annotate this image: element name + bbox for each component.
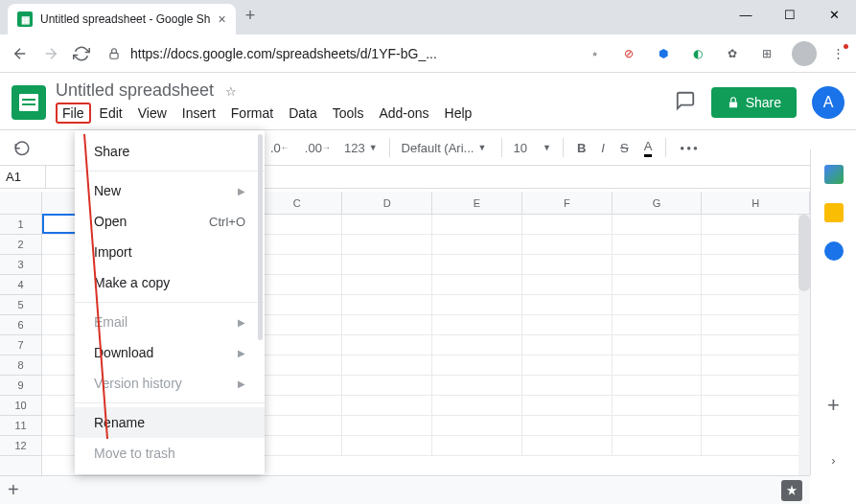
bold-button[interactable]: B (571, 137, 591, 159)
row-header[interactable]: 10 (0, 396, 41, 416)
cell[interactable] (702, 295, 810, 314)
cell[interactable] (522, 255, 613, 274)
number-format-select[interactable]: 123▼ (340, 139, 382, 157)
cell[interactable] (252, 436, 342, 455)
new-tab-button[interactable]: + (236, 6, 266, 26)
menu-item-email[interactable]: Email▶ (75, 307, 265, 337)
menu-insert[interactable]: Insert (175, 103, 222, 124)
column-header[interactable]: G (613, 192, 703, 214)
row-header[interactable]: 11 (0, 416, 41, 436)
cell[interactable] (252, 275, 342, 294)
row-header[interactable]: 6 (0, 315, 41, 335)
cell[interactable] (342, 416, 432, 435)
cell[interactable] (522, 215, 613, 234)
menu-view[interactable]: View (131, 103, 174, 124)
menu-item-download[interactable]: Download▶ (75, 337, 265, 368)
cell[interactable] (342, 275, 432, 294)
cell[interactable] (342, 436, 432, 455)
cell[interactable] (522, 335, 613, 355)
cell[interactable] (252, 335, 342, 355)
cell[interactable] (432, 215, 522, 234)
document-title[interactable]: Untitled spreadsheet (56, 80, 214, 101)
cell[interactable] (613, 396, 703, 415)
menu-item-move-to-trash[interactable]: Move to trash (75, 438, 265, 469)
row-header[interactable]: 4 (0, 275, 41, 295)
cell[interactable] (432, 315, 522, 334)
cell[interactable] (613, 255, 703, 274)
cell[interactable] (613, 275, 703, 294)
column-header[interactable]: F (522, 192, 613, 214)
menu-addons[interactable]: Add-ons (372, 103, 435, 124)
cell[interactable] (252, 255, 342, 274)
cell[interactable] (432, 376, 522, 395)
increase-decimal-button[interactable]: .00→ (299, 137, 336, 159)
cell[interactable] (522, 416, 613, 435)
cell[interactable] (342, 355, 432, 375)
row-header[interactable]: 5 (0, 295, 41, 315)
cell[interactable] (613, 315, 703, 334)
menu-item-share[interactable]: Share (75, 136, 265, 167)
font-size-select[interactable]: 10▼ (510, 139, 555, 157)
add-sheet-button[interactable]: + (8, 479, 19, 501)
sheets-logo[interactable] (12, 85, 46, 120)
italic-button[interactable]: I (595, 137, 611, 159)
cell[interactable] (432, 396, 522, 415)
cell[interactable] (613, 376, 703, 395)
cell[interactable] (702, 275, 810, 294)
keep-addon-icon[interactable] (824, 203, 844, 222)
cell[interactable] (702, 235, 810, 254)
cell[interactable] (613, 436, 703, 455)
ext-icon-3[interactable]: ◐ (688, 44, 707, 63)
ext-icon-2[interactable]: ⬢ (654, 44, 673, 63)
column-header[interactable]: E (432, 192, 522, 214)
menu-scrollbar[interactable] (258, 134, 263, 340)
menu-format[interactable]: Format (224, 103, 280, 124)
cell[interactable] (613, 215, 703, 234)
menu-data[interactable]: Data (282, 103, 324, 124)
browser-menu-icon[interactable]: ⋮ (832, 46, 844, 60)
vertical-scrollbar[interactable] (798, 215, 810, 475)
cell[interactable] (613, 295, 703, 314)
cell[interactable] (432, 255, 522, 274)
maximize-button[interactable]: ☐ (768, 0, 812, 29)
cell[interactable] (432, 335, 522, 355)
row-header[interactable]: 12 (0, 436, 41, 456)
cell[interactable] (702, 255, 810, 274)
menu-item-version-history[interactable]: Version history▶ (75, 368, 265, 399)
forward-button[interactable] (42, 45, 59, 62)
side-panel-toggle[interactable]: › (831, 453, 835, 468)
menu-item-new[interactable]: New▶ (75, 175, 265, 206)
cell[interactable] (522, 295, 613, 314)
extensions-button[interactable]: ⊞ (757, 44, 776, 63)
row-header[interactable]: 3 (0, 255, 41, 275)
menu-edit[interactable]: Edit (93, 103, 129, 124)
comments-icon[interactable] (675, 90, 696, 114)
browser-tab[interactable]: ▦ Untitled spreadsheet - Google Sh × (8, 4, 236, 34)
cell[interactable] (613, 335, 703, 355)
cell[interactable] (252, 396, 342, 415)
name-box[interactable]: A1 (0, 166, 46, 188)
menu-item-make-copy[interactable]: Make a copy (75, 267, 265, 298)
explore-button[interactable] (781, 480, 802, 501)
tasks-addon-icon[interactable] (824, 241, 844, 261)
column-header[interactable]: D (342, 192, 432, 214)
cell[interactable] (702, 335, 810, 355)
decrease-decimal-button[interactable]: .0← (265, 137, 295, 159)
row-header[interactable]: 9 (0, 376, 41, 396)
cell[interactable] (702, 396, 810, 415)
cell[interactable] (432, 416, 522, 435)
cell[interactable] (432, 295, 522, 314)
font-family-select[interactable]: Default (Ari...▼ (398, 139, 494, 157)
minimize-button[interactable]: — (724, 0, 768, 29)
share-button[interactable]: Share (711, 87, 797, 118)
menu-item-import[interactable]: Import (75, 237, 265, 267)
row-header[interactable]: 1 (0, 215, 41, 235)
cell[interactable] (342, 235, 432, 254)
cell[interactable] (613, 235, 703, 254)
cell[interactable] (252, 416, 342, 435)
cell[interactable] (702, 436, 810, 455)
cell[interactable] (252, 376, 342, 395)
cell[interactable] (432, 436, 522, 455)
strikethrough-button[interactable]: S (614, 137, 635, 159)
calendar-addon-icon[interactable] (824, 165, 844, 184)
